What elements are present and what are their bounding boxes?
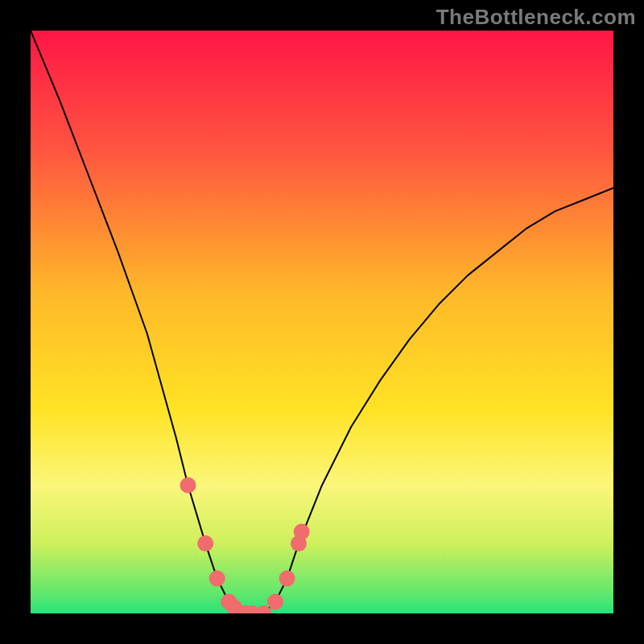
marker-dot <box>180 477 196 493</box>
bottleneck-chart <box>31 31 613 613</box>
marker-dot <box>197 535 213 551</box>
chart-svg <box>31 31 613 613</box>
marker-dot <box>294 524 310 540</box>
marker-dot <box>267 594 283 610</box>
gradient-background <box>31 31 613 613</box>
marker-dot <box>279 571 295 587</box>
marker-dot <box>209 571 225 587</box>
watermark-text: TheBottleneck.com <box>436 5 636 30</box>
